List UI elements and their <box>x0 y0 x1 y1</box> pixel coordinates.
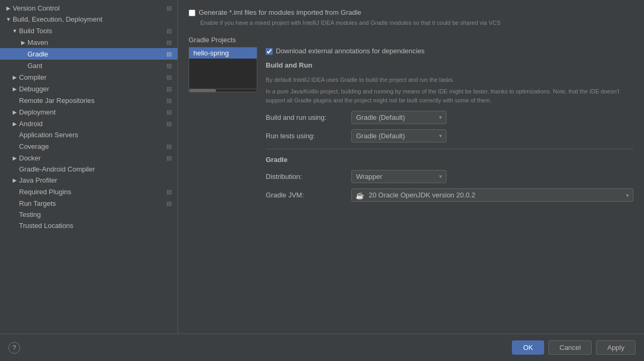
build-run-title: Build and Run <box>266 61 633 71</box>
scrollbar-thumb <box>189 89 216 92</box>
sidebar-item-gradle-android-compiler[interactable]: Gradle-Android Compiler <box>0 164 178 175</box>
jvm-select-wrapper: ☕ 20 Oracle OpenJDK version 20.0.2 <box>351 188 633 202</box>
help-button[interactable]: ? <box>8 342 20 354</box>
settings-icon: ▤ <box>165 142 173 150</box>
build-run-label: Build and run using: <box>266 113 345 121</box>
sidebar-item-label: Application Servers <box>19 131 173 139</box>
annotations-checkbox-row: Download external annotations for depend… <box>266 47 633 55</box>
settings-icon: ▤ <box>165 199 173 207</box>
content-area: Generate *.iml files for modules importe… <box>178 0 644 334</box>
cancel-button[interactable]: Cancel <box>548 340 592 355</box>
run-tests-label: Run tests using: <box>266 132 345 140</box>
build-run-select-wrapper: Gradle (Default) <box>351 111 446 124</box>
build-run-info2: In a pure Java/Kotlin project, building … <box>266 87 633 104</box>
distribution-select-wrapper: Wrapper Local installation Specified loc… <box>351 170 446 183</box>
build-run-select[interactable]: Gradle (Default) <box>351 111 446 124</box>
arrow-icon: ▶ <box>11 74 19 80</box>
sidebar-item-gant[interactable]: Gant ▤ <box>0 60 178 71</box>
arrow-icon: ▶ <box>4 5 13 11</box>
jvm-select[interactable]: 20 Oracle OpenJDK version 20.0.2 <box>351 188 633 202</box>
settings-icon: ▤ <box>165 96 173 104</box>
settings-icon: ▤ <box>165 26 173 35</box>
sidebar-item-label: Java Profiler <box>19 176 173 184</box>
projects-panel: hello-spring <box>189 47 257 207</box>
sidebar-item-compiler[interactable]: ▶ Compiler ▤ <box>0 71 178 83</box>
sidebar-item-testing[interactable]: Testing <box>0 209 178 220</box>
sidebar-item-coverage[interactable]: Coverage ▤ <box>0 140 178 152</box>
iml-checkbox-row: Generate *.iml files for modules importe… <box>189 8 633 16</box>
settings-icon: ▤ <box>165 4 173 12</box>
sidebar-item-run-targets[interactable]: Run Targets ▤ <box>0 197 178 209</box>
arrow-icon: ▶ <box>19 40 27 45</box>
settings-icon: ▤ <box>165 84 173 93</box>
run-tests-select-wrapper: Gradle (Default) <box>351 129 446 142</box>
settings-icon: ▤ <box>165 38 173 46</box>
sidebar-item-remote-jar-repos[interactable]: Remote Jar Repositories ▤ <box>0 94 178 106</box>
sidebar-item-debugger[interactable]: ▶ Debugger ▤ <box>0 83 178 94</box>
iml-hint-text: Enable if you have a mixed project with … <box>200 18 633 27</box>
build-run-info1: By default IntelliJ IDEA uses Gradle to … <box>266 75 633 84</box>
sidebar-item-label: Coverage <box>19 142 163 150</box>
ok-button[interactable]: OK <box>512 340 544 355</box>
sidebar-item-label: Gradle <box>27 50 163 58</box>
projects-list: hello-spring <box>189 47 257 89</box>
run-tests-select[interactable]: Gradle (Default) <box>351 129 446 142</box>
settings-icon: ▤ <box>165 61 173 70</box>
sidebar-item-label: Deployment <box>19 108 163 116</box>
sidebar-item-android[interactable]: ▶ Android ▤ <box>0 118 178 129</box>
sidebar-item-label: Compiler <box>19 73 163 81</box>
sidebar-item-docker[interactable]: ▶ Docker ▤ <box>0 152 178 164</box>
sidebar-item-label: Required Plugins <box>19 188 163 196</box>
sidebar-item-version-control[interactable]: ▶ Version Control ▤ <box>0 2 178 14</box>
arrow-icon: ▶ <box>11 155 19 161</box>
apply-button[interactable]: Apply <box>596 340 636 355</box>
section-divider <box>266 149 633 149</box>
sidebar-item-label: Docker <box>19 154 163 162</box>
arrow-icon: ▼ <box>4 16 13 22</box>
gradle-projects-section: Gradle Projects hello-spring Do <box>189 36 633 207</box>
arrow-icon: ▶ <box>11 177 19 183</box>
settings-icon: ▤ <box>165 187 173 196</box>
bottom-left: ? <box>8 342 20 354</box>
annotations-label[interactable]: Download external annotations for depend… <box>276 47 425 55</box>
sidebar-item-label: Debugger <box>19 85 163 93</box>
arrow-icon: ▼ <box>11 28 19 34</box>
sidebar-item-trusted-locations[interactable]: Trusted Locations <box>0 220 178 231</box>
annotations-checkbox[interactable] <box>266 48 273 55</box>
distribution-select[interactable]: Wrapper Local installation Specified loc… <box>351 170 446 183</box>
sidebar-item-label: Maven <box>27 39 163 46</box>
settings-icon: ▤ <box>165 119 173 128</box>
sidebar-item-deployment[interactable]: ▶ Deployment ▤ <box>0 106 178 118</box>
projects-scrollbar[interactable] <box>189 89 257 92</box>
iml-checkbox-label[interactable]: Generate *.iml files for modules importe… <box>199 8 361 16</box>
sidebar-item-label: Build Tools <box>19 27 163 35</box>
arrow-icon: ▶ <box>11 109 19 115</box>
sidebar-item-java-profiler[interactable]: ▶ Java Profiler <box>0 175 178 186</box>
gradle-projects-label: Gradle Projects <box>189 36 633 44</box>
settings-icon: ▤ <box>165 108 173 116</box>
sidebar-item-gradle[interactable]: Gradle ▤ <box>0 48 178 60</box>
sidebar-item-application-servers[interactable]: Application Servers <box>0 129 178 140</box>
settings-icon: ▤ <box>165 154 173 162</box>
gradle-title: Gradle <box>266 156 633 166</box>
sidebar-item-label: Run Targets <box>19 200 163 207</box>
settings-panel: Download external annotations for depend… <box>266 47 633 207</box>
iml-checkbox[interactable] <box>189 10 195 16</box>
gradle-jvm-row: Gradle JVM: ☕ 20 Oracle OpenJDK version … <box>266 188 633 202</box>
sidebar: ▶ Version Control ▤ ▼ Build, Execution, … <box>0 0 178 334</box>
sidebar-item-maven[interactable]: ▶ Maven ▤ <box>0 36 178 48</box>
sidebar-item-required-plugins[interactable]: Required Plugins ▤ <box>0 186 178 197</box>
arrow-icon: ▶ <box>11 86 19 92</box>
gradle-projects-layout: hello-spring Download external annotatio… <box>189 47 633 207</box>
sidebar-item-label: Gant <box>27 62 163 70</box>
distribution-row: Distribution: Wrapper Local installation… <box>266 170 633 183</box>
bottom-right: OK Cancel Apply <box>512 340 636 355</box>
sidebar-item-label: Android <box>19 120 163 128</box>
sidebar-item-label: Gradle-Android Compiler <box>19 165 173 173</box>
sidebar-item-build-tools[interactable]: ▼ Build Tools ▤ <box>0 25 178 36</box>
run-tests-row: Run tests using: Gradle (Default) <box>266 129 633 142</box>
sidebar-item-build-execution-deployment[interactable]: ▼ Build, Execution, Deployment <box>0 14 178 25</box>
sidebar-item-label: Version Control <box>13 4 163 12</box>
project-list-item[interactable]: hello-spring <box>189 48 257 59</box>
build-run-using-row: Build and run using: Gradle (Default) <box>266 111 633 124</box>
